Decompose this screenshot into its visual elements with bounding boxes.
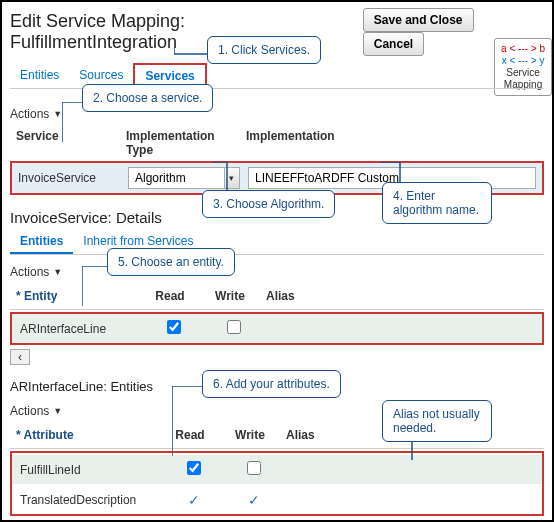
- col-impl-type: Implementation Type: [120, 129, 240, 157]
- col-attr-read: Read: [160, 428, 220, 442]
- cancel-button[interactable]: Cancel: [363, 32, 424, 56]
- attribute-row[interactable]: FulfillLineId: [12, 455, 542, 484]
- callout-7: Alias not usually needed.: [382, 400, 492, 442]
- callout-6: 6. Add your attributes.: [202, 370, 341, 398]
- save-and-close-button[interactable]: Save and Close: [363, 8, 474, 32]
- col-implementation: Implementation: [240, 129, 544, 157]
- attr-read-check-icon: ✓: [164, 492, 224, 508]
- chevron-down-icon: ▼: [53, 109, 62, 119]
- badge-line1: a < --- > b: [501, 43, 545, 55]
- col-entity: * Entity: [10, 289, 140, 303]
- entities-actions-menu[interactable]: Actions ▼: [10, 265, 62, 279]
- chevron-down-icon: ▼: [53, 406, 62, 416]
- chevron-down-icon: ▾: [229, 173, 234, 183]
- callout-1: 1. Click Services.: [207, 36, 321, 64]
- attr-actions-menu[interactable]: Actions ▼: [10, 404, 62, 418]
- attr-write-checkbox[interactable]: [247, 461, 261, 475]
- callout-2: 2. Choose a service.: [82, 84, 213, 112]
- entity-write-checkbox[interactable]: [227, 320, 241, 334]
- col-service: Service: [10, 129, 120, 157]
- col-write: Write: [200, 289, 260, 303]
- impl-type-dropdown-button[interactable]: ▾: [225, 167, 240, 189]
- col-alias: Alias: [260, 289, 544, 303]
- chevron-down-icon: ▼: [53, 267, 62, 277]
- chevron-left-icon: ‹: [18, 350, 22, 364]
- callout-3: 3. Choose Algorithm.: [202, 190, 335, 218]
- actions-menu[interactable]: Actions ▼: [10, 107, 62, 121]
- entity-row[interactable]: ARInterfaceLine: [10, 312, 544, 345]
- scroll-left-button[interactable]: ‹: [10, 349, 30, 365]
- impl-type-select[interactable]: [128, 167, 225, 189]
- attr-read-checkbox[interactable]: [187, 461, 201, 475]
- attribute-row[interactable]: TranslatedDescription ✓ ✓: [12, 486, 542, 514]
- attr-write-check-icon: ✓: [224, 492, 284, 508]
- entity-name: ARInterfaceLine: [20, 322, 106, 336]
- tab-entities[interactable]: Entities: [10, 64, 69, 86]
- service-name: InvoiceService: [18, 171, 96, 185]
- entity-read-checkbox[interactable]: [167, 320, 181, 334]
- actions-label: Actions: [10, 265, 49, 279]
- subtab-entities[interactable]: Entities: [10, 230, 73, 254]
- actions-label: Actions: [10, 404, 49, 418]
- col-attr-write: Write: [220, 428, 280, 442]
- attribute-name: TranslatedDescription: [20, 493, 136, 507]
- callout-4: 4. Enter algorithm name.: [382, 182, 492, 224]
- attribute-name: FulfillLineId: [20, 463, 81, 477]
- tab-sources[interactable]: Sources: [69, 64, 133, 86]
- col-attribute: * Attribute: [10, 428, 160, 442]
- col-read: Read: [140, 289, 200, 303]
- actions-label: Actions: [10, 107, 49, 121]
- callout-5: 5. Choose an entity.: [107, 248, 235, 276]
